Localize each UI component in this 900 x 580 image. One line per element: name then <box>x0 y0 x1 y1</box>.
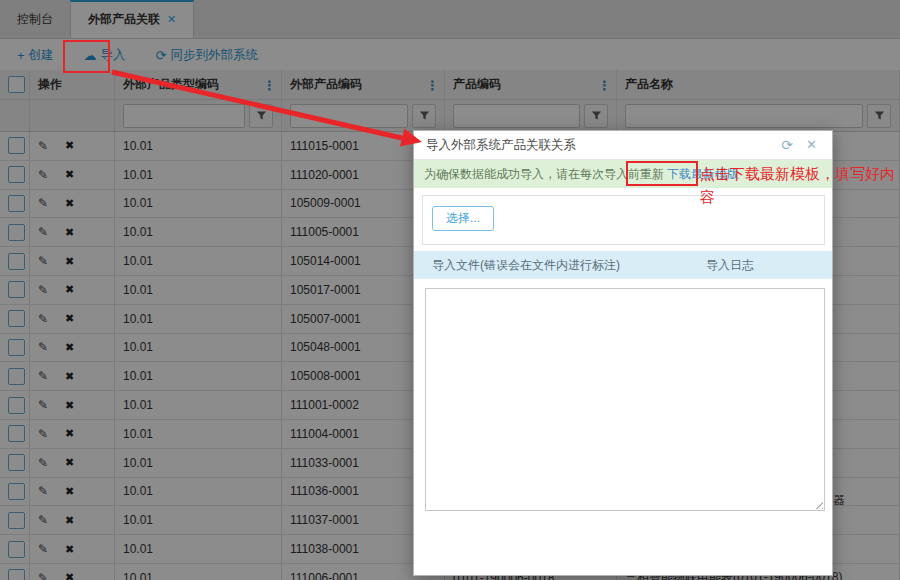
upload-result-area[interactable] <box>425 288 825 511</box>
annotation-note: 点击下载最新模板，填写好内容 <box>700 162 900 208</box>
dialog-title: 导入外部系统产品关联关系 <box>414 131 832 160</box>
annotation-box-download-link <box>626 161 698 186</box>
import-file-column-label: 导入文件(错误会在文件内进行标注) <box>432 251 620 279</box>
upload-list-header: 导入文件(错误会在文件内进行标注) 导入日志 <box>414 251 832 279</box>
dialog-refresh-icon[interactable]: ⟳ <box>781 131 793 159</box>
choose-file-button[interactable]: 选择... <box>432 206 494 231</box>
import-log-column-label: 导入日志 <box>706 251 754 279</box>
dialog-close-icon[interactable]: ✕ <box>806 131 817 159</box>
app-window: 控制台 外部产品关联✕ +创建 ☁导入 ⟳同步到外部系统 操作外部产品类型编码⋮… <box>0 0 900 580</box>
resize-handle[interactable] <box>814 500 823 509</box>
annotation-arrow <box>100 58 440 158</box>
